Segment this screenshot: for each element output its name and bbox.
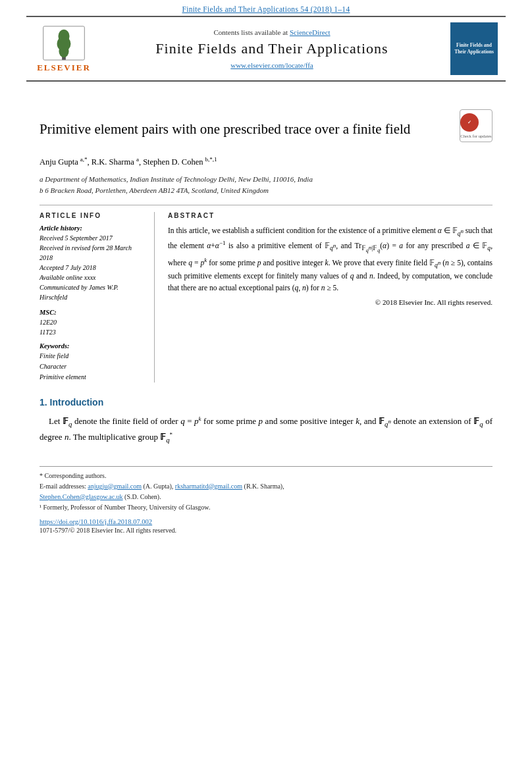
intro-paragraph: Let 𝔽q denote the finite field of order … xyxy=(40,414,492,446)
footnotes-section: * Corresponding authors. E-mail addresse… xyxy=(40,466,492,534)
journal-url[interactable]: www.elsevier.com/locate/ffa xyxy=(101,61,442,69)
email-gupta-link[interactable]: anjugju@gmail.com xyxy=(88,483,142,490)
available-date: Available online xxxx xyxy=(40,273,145,282)
msc-label: MSC: xyxy=(40,309,145,316)
publisher-banner: ELSEVIER Contents lists available at Sci… xyxy=(26,16,506,82)
main-content: Primitive element pairs with one prescri… xyxy=(0,82,532,547)
affiliations: a Department of Mathematics, Indian Inst… xyxy=(40,174,492,196)
accepted-date: Accepted 7 July 2018 xyxy=(40,263,145,273)
check-for-updates-badge: ✓ Check for updates xyxy=(460,109,492,142)
elsevier-tree-icon xyxy=(41,25,87,61)
keywords-block: Keywords: Finite field Character Primiti… xyxy=(40,342,145,382)
elsevier-logo: ELSEVIER xyxy=(34,25,93,73)
section-divider xyxy=(40,205,492,205)
email-line: E-mail addresses: anjugju@gmail.com (A. … xyxy=(40,481,492,492)
revised-date: Received in revised form 28 March 2018 xyxy=(40,243,145,263)
introduction-section: 1. Introduction Let 𝔽q denote the finite… xyxy=(40,397,492,446)
check-circle-icon: ✓ xyxy=(460,113,479,132)
article-info-column: ARTICLE INFO Article history: Received 5… xyxy=(40,212,155,382)
sciencedirect-link[interactable]: ScienceDirect xyxy=(290,28,331,36)
email-cohen-link[interactable]: Stephen.Cohen@glasgow.ac.uk xyxy=(40,493,123,500)
received-date: Received 5 September 2017 xyxy=(40,233,145,243)
article-history-block: Article history: Received 5 September 20… xyxy=(40,224,145,302)
authors-line: Anju Gupta a,*, R.K. Sharma a, Stephen D… xyxy=(40,155,492,169)
journal-cover-box: Finite Fields and Their Applications xyxy=(450,22,498,75)
footnote-1: ¹ Formerly, Professor of Number Theory, … xyxy=(40,502,492,513)
msc-code-1: 12E20 xyxy=(40,317,145,327)
copyright-line: © 2018 Elsevier Inc. All rights reserved… xyxy=(168,298,492,306)
abstract-text: In this article, we establish a sufficie… xyxy=(168,224,492,294)
abstract-column: ABSTRACT In this article, we establish a… xyxy=(168,212,492,382)
email-sharma-link[interactable]: rksharmatitd@gmail.com xyxy=(175,483,242,490)
banner-center: Contents lists available at ScienceDirec… xyxy=(101,28,442,69)
abstract-heading: ABSTRACT xyxy=(168,212,492,219)
corresponding-note: * Corresponding authors. xyxy=(40,471,492,481)
msc-code-2: 11T23 xyxy=(40,327,145,337)
doi-link[interactable]: https://doi.org/10.1016/j.ffa.2018.07.00… xyxy=(40,518,492,525)
keyword-1: Finite field xyxy=(40,351,145,361)
journal-title: Finite Fields and Their Applications xyxy=(101,40,442,57)
affiliation-b: b 6 Bracken Road, Portlethen, Aberdeen A… xyxy=(40,185,492,196)
article-info-heading: ARTICLE INFO xyxy=(40,212,145,219)
keyword-2: Character xyxy=(40,361,145,372)
msc-block: MSC: 12E20 11T23 xyxy=(40,309,145,337)
history-label: Article history: xyxy=(40,224,145,232)
contents-available: Contents lists available at ScienceDirec… xyxy=(101,28,442,36)
info-abstract-columns: ARTICLE INFO Article history: Received 5… xyxy=(40,212,492,382)
keywords-label: Keywords: xyxy=(40,342,145,350)
elsevier-wordmark: ELSEVIER xyxy=(37,63,91,73)
article-title: Primitive element pairs with one prescri… xyxy=(40,120,452,138)
journal-header: Finite Fields and Their Applications 54 … xyxy=(0,0,532,16)
intro-title: 1. Introduction xyxy=(40,397,492,408)
communicated-by: Communicated by James W.P. Hirschfeld xyxy=(40,282,145,302)
email-cohen-line: Stephen.Cohen@glasgow.ac.uk (S.D. Cohen)… xyxy=(40,492,492,502)
svg-point-3 xyxy=(58,29,69,43)
check-updates-label: Check for updates xyxy=(460,134,491,139)
affiliation-a: a Department of Mathematics, Indian Inst… xyxy=(40,174,492,185)
cover-title: Finite Fields and Their Applications xyxy=(453,42,495,55)
keyword-3: Primitive element xyxy=(40,372,145,382)
issn-line: 1071-5797/© 2018 Elsevier Inc. All right… xyxy=(40,527,492,534)
